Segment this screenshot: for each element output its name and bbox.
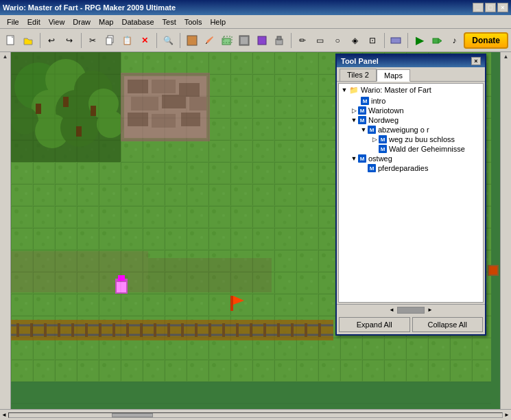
tree-nordweg[interactable]: ▼ M Nordweg (339, 115, 483, 125)
minimize-button[interactable]: _ (473, 3, 484, 12)
scroll-right-icon: ► (427, 307, 433, 313)
svg-line-6 (206, 43, 207, 44)
svg-rect-52 (76, 126, 82, 137)
open-button[interactable] (20, 32, 36, 49)
pencil-button[interactable] (202, 32, 217, 49)
tree-abzweigung[interactable]: ▼ M abzweigung o r (339, 125, 483, 135)
hscroll-right-icon: ► (504, 412, 510, 418)
hscroll-thumb[interactable] (112, 413, 153, 417)
tool-panel-close-button[interactable]: × (471, 57, 481, 65)
svg-rect-14 (391, 38, 401, 43)
tree-nordweg-arrow-icon: ▼ (350, 117, 358, 124)
tree-intro-label: intro (371, 97, 385, 105)
svg-rect-94 (118, 275, 125, 281)
redo-button[interactable]: ↪ (61, 32, 77, 49)
left-scroll[interactable]: ▲ (0, 52, 11, 409)
tree-wald[interactable]: M Wald der Geheimnisse (339, 144, 483, 154)
stamp-button[interactable] (271, 32, 287, 49)
svg-rect-11 (258, 36, 266, 45)
zoom-button[interactable] (388, 32, 404, 49)
svg-rect-4 (187, 36, 197, 45)
maximize-button[interactable]: □ (485, 3, 496, 12)
audio-button[interactable]: ♪ (447, 32, 462, 49)
tree-pferdeparadies[interactable]: M pferdeparadies (339, 163, 483, 173)
donate-button[interactable]: Donate (464, 32, 508, 49)
layer2-button[interactable] (219, 32, 235, 49)
toolbar-sep-6 (384, 33, 385, 48)
tree-abzweigung-label: abzweigung o r (378, 126, 429, 134)
search-button[interactable]: 🔍 (161, 32, 176, 49)
paste-button[interactable]: 📋 (119, 32, 135, 49)
tree-weg-label: weg zu buu schloss (389, 135, 455, 143)
tab-maps[interactable]: Maps (377, 69, 410, 82)
scroll-thumb[interactable] (397, 307, 425, 314)
tree-ostweg-label: ostweg (368, 154, 392, 163)
svg-rect-95 (230, 296, 233, 311)
fill-button[interactable]: ◈ (347, 32, 363, 49)
tree-wald-badge: M (379, 145, 387, 153)
toolbar-sep-3 (156, 33, 157, 48)
expand-all-button[interactable]: Expand All (339, 317, 410, 332)
undo-button[interactable]: ↩ (44, 32, 60, 49)
tree-abzweigung-badge: M (368, 126, 376, 134)
svg-rect-60 (189, 97, 206, 110)
tree-root[interactable]: ▼ 📁 Wario: Master of Fart (339, 84, 483, 96)
tree-nordweg-label: Nordweg (368, 116, 399, 124)
tree-weg[interactable]: ▷ M weg zu buu schloss (339, 135, 483, 144)
hscroll-left-icon: ◄ (1, 412, 7, 418)
svg-rect-59 (162, 95, 186, 108)
play-button[interactable]: ▶ (412, 32, 427, 49)
horizontal-scrollbar[interactable]: ◄ ► (0, 409, 511, 420)
toolbar-sep-1 (40, 33, 40, 48)
new-button[interactable] (3, 32, 19, 49)
tree-intro[interactable]: M intro (339, 96, 483, 106)
menu-map[interactable]: Map (95, 16, 117, 27)
toolbar-sep-7 (407, 33, 408, 48)
svg-rect-51 (91, 106, 96, 116)
menu-edit[interactable]: Edit (23, 16, 45, 27)
menu-help[interactable]: Help (206, 16, 230, 27)
close-button[interactable]: × (497, 3, 508, 12)
svg-rect-15 (433, 38, 438, 43)
pencil2-button[interactable]: ✏ (295, 32, 311, 49)
tree-wariotown-badge: M (358, 106, 366, 115)
svg-rect-62 (152, 114, 176, 128)
delete-button[interactable]: ✕ (137, 32, 153, 49)
menu-database[interactable]: Database (117, 16, 158, 27)
copy-button[interactable] (102, 32, 118, 49)
layer3-button[interactable] (237, 32, 252, 49)
tree-wariotown-label: Wariotown (368, 106, 404, 115)
tree-pferdeparadies-badge: M (368, 164, 376, 172)
menu-view[interactable]: View (45, 16, 69, 27)
collapse-all-button[interactable]: Collapse All (412, 317, 484, 332)
menu-test[interactable]: Test (158, 16, 180, 27)
tree-ostweg-badge: M (358, 154, 366, 163)
tree-intro-badge: M (361, 97, 369, 105)
tree-pferdeparadies-label: pferdeparadies (378, 164, 428, 172)
scroll-left-arrow-icon: ▲ (3, 54, 8, 60)
tree-wariotown[interactable]: ▷ M Wariotown (339, 106, 483, 115)
menu-file[interactable]: File (3, 16, 23, 27)
record-button[interactable] (429, 32, 444, 49)
menu-tools[interactable]: Tools (180, 16, 206, 27)
tree-wariotown-arrow-icon: ▷ (350, 107, 358, 114)
tree-nordweg-badge: M (358, 116, 366, 124)
menu-draw[interactable]: Draw (69, 16, 95, 27)
svg-rect-63 (181, 113, 200, 126)
toolbar-sep-2 (81, 33, 82, 48)
layer-copy-button[interactable] (254, 32, 270, 49)
tool-panel-scrollbar[interactable]: ◄ ► (337, 304, 485, 315)
svg-rect-3 (106, 38, 112, 45)
right-scroll[interactable]: ▲ (500, 52, 511, 409)
tab-tiles2[interactable]: Tiles 2 (340, 69, 377, 81)
rect-button[interactable]: ▭ (312, 32, 328, 49)
select-button[interactable]: ⊡ (364, 32, 380, 49)
cut-button[interactable]: ✂ (85, 32, 101, 49)
folder-icon: 📁 (348, 84, 359, 95)
circle-button[interactable]: ○ (329, 32, 345, 49)
toolbar-sep-5 (291, 33, 292, 48)
svg-point-45 (11, 107, 38, 135)
tree-ostweg[interactable]: ▼ M ostweg (339, 154, 483, 163)
tile-button[interactable] (184, 32, 200, 49)
main-wrapper: ▲ (0, 52, 511, 420)
